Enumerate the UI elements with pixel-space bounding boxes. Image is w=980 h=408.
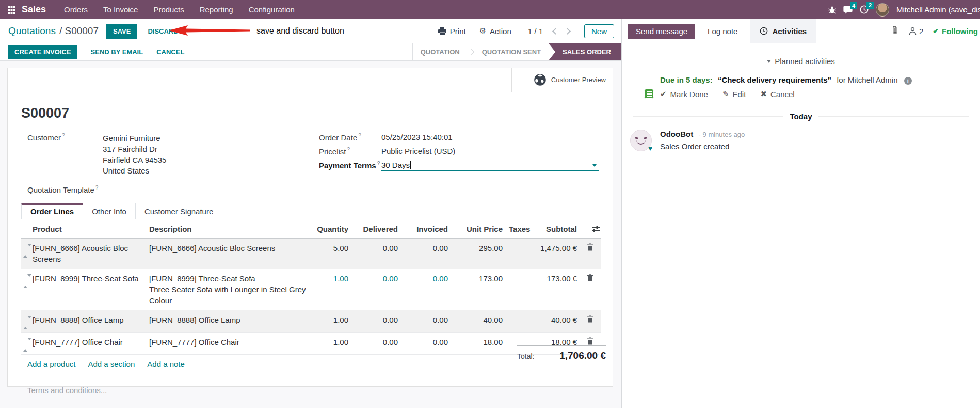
col-quantity[interactable]: Quantity <box>312 219 350 239</box>
menu-products[interactable]: Products <box>146 5 191 14</box>
cancel-activity-button[interactable]: ✖Cancel <box>760 89 794 99</box>
cell-product[interactable]: [FURN_8888] Office Lamp <box>30 310 147 333</box>
order-line-row[interactable]: [FURN_6666] Acoustic Bloc Screens [FURN_… <box>21 239 601 269</box>
cell-delivered[interactable]: 0.00 <box>350 269 400 310</box>
tab-order-lines[interactable]: Order Lines <box>21 203 83 219</box>
pager-previous-icon[interactable] <box>552 28 559 35</box>
cell-quantity[interactable]: 1.00 <box>312 269 350 310</box>
attachments-button[interactable] <box>891 25 899 37</box>
cell-delivered[interactable]: 0.00 <box>350 310 400 333</box>
customer-preview-button[interactable]: Customer Preview <box>526 68 613 92</box>
cell-unit-price[interactable]: 173.00 <box>450 269 505 310</box>
cell-taxes[interactable] <box>505 269 537 310</box>
tab-other-info[interactable]: Other Info <box>83 203 136 219</box>
cell-description[interactable]: [FURN_8999] Three-Seat SofaThree Seater … <box>147 269 312 310</box>
new-button[interactable]: New <box>584 24 614 38</box>
delete-line-button[interactable] <box>579 239 601 269</box>
odoo-sales-window: Sales Orders To Invoice Products Reporti… <box>0 0 980 408</box>
cell-taxes[interactable] <box>505 310 537 333</box>
pager-next-icon[interactable] <box>564 28 571 35</box>
col-delivered[interactable]: Delivered <box>350 219 400 239</box>
cancel-button[interactable]: CANCEL <box>156 48 184 56</box>
optional-columns-icon[interactable] <box>591 225 600 234</box>
cell-unit-price[interactable]: 40.00 <box>450 310 505 333</box>
cell-invoiced[interactable]: 0.00 <box>400 333 450 355</box>
cell-unit-price[interactable]: 295.00 <box>450 239 505 269</box>
followers-button[interactable]: 2 <box>909 27 923 36</box>
cell-quantity[interactable]: 1.00 <box>312 333 350 355</box>
send-message-button[interactable]: Send message <box>628 24 695 39</box>
cell-invoiced[interactable]: 0.00 <box>400 310 450 333</box>
following-button[interactable]: ✔ Following <box>933 27 978 36</box>
col-description[interactable]: Description <box>147 219 312 239</box>
cell-quantity[interactable]: 5.00 <box>312 239 350 269</box>
cell-product[interactable]: [FURN_7777] Office Chair <box>30 333 147 355</box>
menu-to-invoice[interactable]: To Invoice <box>95 5 146 14</box>
planned-activities-toggle[interactable]: Planned activities <box>767 57 835 66</box>
cell-taxes[interactable] <box>505 239 537 269</box>
dropdown-caret-icon[interactable] <box>592 164 597 167</box>
order-line-row[interactable]: [FURN_8999] Three-Seat Sofa [FURN_8999] … <box>21 269 601 310</box>
cell-product[interactable]: [FURN_8999] Three-Seat Sofa <box>30 269 147 310</box>
payment-terms-input[interactable]: 30 Days <box>381 161 599 171</box>
terms-and-conditions-input[interactable]: Terms and conditions... <box>27 386 613 395</box>
drag-handle-icon[interactable] <box>21 239 30 269</box>
app-name[interactable]: Sales <box>22 4 46 15</box>
log-note-button[interactable]: Log note <box>708 27 737 36</box>
message-author[interactable]: OdooBot <box>660 130 693 138</box>
action-button[interactable]: ⚙ Action <box>479 26 511 36</box>
add-a-section-link[interactable]: Add a section <box>88 359 135 368</box>
col-subtotal[interactable]: Subtotal <box>537 219 579 239</box>
activities-clock-icon[interactable]: 2 <box>860 5 869 14</box>
drag-handle-icon[interactable] <box>21 333 30 355</box>
print-button[interactable]: Print <box>438 27 466 36</box>
send-by-email-button[interactable]: SEND BY EMAIL <box>91 48 143 56</box>
cell-invoiced[interactable]: 0.00 <box>400 269 450 310</box>
cell-product[interactable]: [FURN_6666] Acoustic Bloc Screens <box>30 239 147 269</box>
mark-done-button[interactable]: ✔Mark Done <box>660 89 708 99</box>
col-invoiced[interactable]: Invoiced <box>400 219 450 239</box>
menu-configuration[interactable]: Configuration <box>241 5 302 14</box>
order-date-label: Order Date? <box>319 133 381 142</box>
col-taxes[interactable]: Taxes <box>505 219 537 239</box>
menu-reporting[interactable]: Reporting <box>192 5 241 14</box>
customer-link[interactable]: Gemini Furniture <box>103 134 160 143</box>
stage-sales-order[interactable]: SALES ORDER <box>549 43 621 60</box>
delete-line-button[interactable] <box>579 310 601 333</box>
drag-handle-icon[interactable] <box>21 269 30 310</box>
tab-customer-signature[interactable]: Customer Signature <box>136 203 222 219</box>
menu-orders[interactable]: Orders <box>56 5 95 14</box>
save-button[interactable]: SAVE <box>106 24 137 39</box>
order-line-row[interactable]: [FURN_7777] Office Chair [FURN_7777] Off… <box>21 333 601 355</box>
create-invoice-button[interactable]: CREATE INVOICE <box>8 45 77 59</box>
cell-invoiced[interactable]: 0.00 <box>400 239 450 269</box>
cell-unit-price[interactable]: 18.00 <box>450 333 505 355</box>
info-icon[interactable]: i <box>904 77 912 85</box>
delete-line-button[interactable] <box>579 269 601 310</box>
stage-quotation-sent[interactable]: QUOTATION SENT <box>474 43 549 60</box>
add-a-note-link[interactable]: Add a note <box>147 359 185 368</box>
cell-quantity[interactable]: 1.00 <box>312 310 350 333</box>
pricelist-value[interactable]: Public Pricelist (USD) <box>381 147 455 156</box>
col-product[interactable]: Product <box>30 219 147 239</box>
drag-handle-icon[interactable] <box>21 310 30 333</box>
order-date-value[interactable]: 05/25/2023 15:40:01 <box>381 133 453 142</box>
cell-delivered[interactable]: 0.00 <box>350 333 400 355</box>
cell-delivered[interactable]: 0.00 <box>350 239 400 269</box>
bug-icon[interactable] <box>828 6 836 14</box>
activities-button[interactable]: Activities <box>750 19 816 43</box>
cell-description[interactable]: [FURN_6666] Acoustic Bloc Screens <box>147 239 312 269</box>
cell-description[interactable]: [FURN_7777] Office Chair <box>147 333 312 355</box>
order-line-row[interactable]: [FURN_8888] Office Lamp [FURN_8888] Offi… <box>21 310 601 333</box>
order-lines-table: Product Description Quantity Delivered I… <box>21 219 601 354</box>
add-a-product-link[interactable]: Add a product <box>27 359 75 368</box>
messages-icon[interactable]: 4 <box>843 6 853 14</box>
user-avatar[interactable] <box>876 3 889 17</box>
cell-description[interactable]: [FURN_8888] Office Lamp <box>147 310 312 333</box>
apps-grid-icon[interactable] <box>7 6 15 14</box>
col-unit-price[interactable]: Unit Price <box>450 219 505 239</box>
breadcrumb-quotations-link[interactable]: Quotations <box>8 25 56 37</box>
stage-quotation[interactable]: QUOTATION <box>413 43 468 60</box>
edit-activity-button[interactable]: ✎Edit <box>722 89 746 99</box>
user-name[interactable]: Mitchell Admin (save_discar <box>896 5 980 14</box>
